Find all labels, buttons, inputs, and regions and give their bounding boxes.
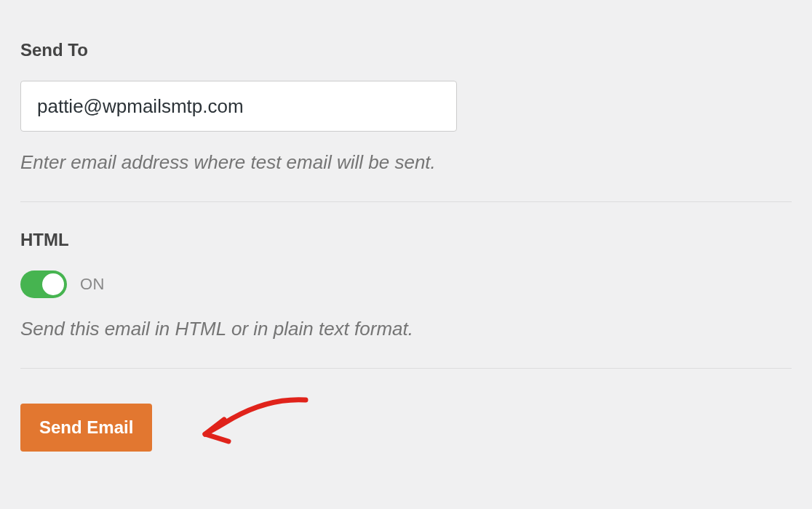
toggle-state-label: ON [80,275,105,294]
html-format-section: HTML ON Send this email in HTML or in pl… [20,202,792,369]
html-toggle[interactable] [20,270,67,298]
send-to-label: Send To [20,40,792,60]
send-to-section: Send To Enter email address where test e… [20,0,792,202]
html-label: HTML [20,230,792,250]
html-help: Send this email in HTML or in plain text… [20,317,792,342]
send-email-button[interactable]: Send Email [20,404,152,452]
toggle-knob [42,273,64,295]
send-to-input[interactable] [20,81,457,132]
send-to-help: Enter email address where test email wil… [20,151,792,175]
arrow-annotation-icon [189,389,313,454]
action-section: Send Email [20,369,792,452]
html-toggle-row: ON [20,270,792,298]
